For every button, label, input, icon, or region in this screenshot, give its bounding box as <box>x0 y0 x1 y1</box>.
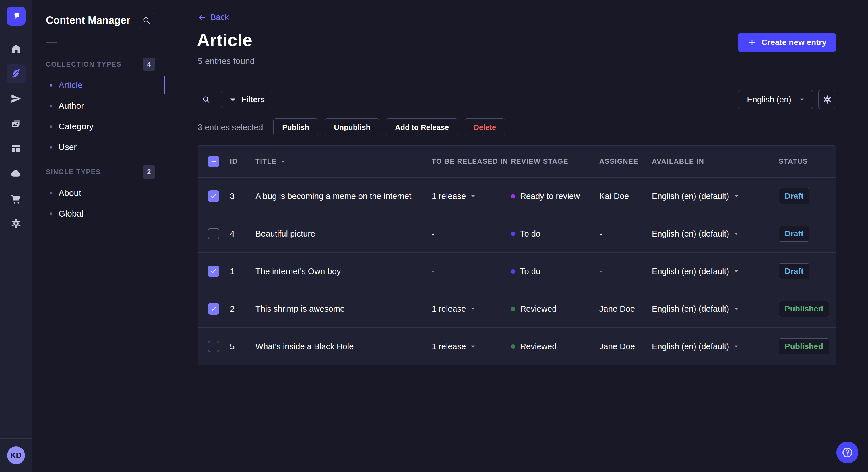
sidebar-item-user[interactable]: User <box>32 137 165 158</box>
row-checkbox[interactable] <box>208 303 219 314</box>
column-header-to-be-released-in[interactable]: TO BE RELEASED IN <box>422 158 501 165</box>
bullet-icon <box>50 105 52 107</box>
chevron-down-icon <box>799 96 805 103</box>
status-badge: Draft <box>779 263 809 279</box>
cell-id: 5 <box>220 342 246 351</box>
bullet-icon <box>50 125 52 128</box>
column-header-assignee[interactable]: ASSIGNEE <box>590 158 642 165</box>
cell-id: 2 <box>220 304 246 314</box>
help-button[interactable] <box>836 442 858 463</box>
cell-assignee: - <box>590 229 642 239</box>
table-row[interactable]: 5 What's inside a Black Hole 1 release R… <box>198 328 836 365</box>
select-all-checkbox[interactable] <box>208 156 219 167</box>
column-header-available-in[interactable]: AVAILABLE IN <box>642 158 769 165</box>
cell-review-stage: Ready to review <box>501 192 590 201</box>
sidebar-item-global[interactable]: Global <box>32 203 165 224</box>
row-checkbox[interactable] <box>208 266 219 277</box>
sidebar-item-category[interactable]: Category <box>32 116 165 137</box>
chevron-down-icon <box>733 193 739 199</box>
strapi-logo[interactable] <box>7 7 26 26</box>
nav-marketplace[interactable] <box>7 189 26 208</box>
row-checkbox[interactable] <box>208 228 219 239</box>
column-header-title[interactable]: TITLE <box>246 158 422 165</box>
cell-status: Draft <box>769 226 836 242</box>
locale-value: English (en) <box>747 95 792 104</box>
cell-available-in[interactable]: English (en) (default) <box>642 342 769 351</box>
cloud-icon <box>10 168 22 179</box>
cell-assignee: Jane Doe <box>590 304 642 314</box>
nav-item-list <box>7 39 26 239</box>
nav-cloud[interactable] <box>7 164 26 183</box>
check-icon <box>210 268 217 275</box>
sidebar-item-author[interactable]: Author <box>32 96 165 116</box>
filters-button[interactable]: Filters <box>221 91 272 108</box>
nav-content-manager[interactable] <box>7 64 26 83</box>
cell-release[interactable]: 1 release <box>422 192 501 201</box>
chevron-down-icon <box>733 268 739 274</box>
nav-content-type-builder[interactable] <box>7 139 26 158</box>
sidebar-item-label: About <box>59 188 81 198</box>
status-badge: Draft <box>779 226 809 242</box>
selection-bar: 3 entries selected Publish Unpublish Add… <box>198 119 505 136</box>
content-manager-feather-icon <box>10 68 22 79</box>
add-to-release-button[interactable]: Add to Release <box>386 119 458 136</box>
cell-release[interactable]: - <box>422 229 501 239</box>
table-row[interactable]: 1 The internet's Own boy - To do - Engli… <box>198 252 836 290</box>
indeterminate-dash-icon <box>210 158 217 165</box>
column-header-id[interactable]: ID <box>220 158 246 165</box>
table-row[interactable]: 2 This shrimp is awesome 1 release Revie… <box>198 290 836 328</box>
search-icon <box>142 16 151 25</box>
sidebar-item-article[interactable]: Article <box>32 75 165 96</box>
sidebar-item-about[interactable]: About <box>32 183 165 203</box>
row-checkbox[interactable] <box>208 191 219 202</box>
publish-button[interactable]: Publish <box>273 119 318 136</box>
single-types-list: About Global <box>32 183 165 224</box>
table-row[interactable]: 4 Beautiful picture - To do - English (e… <box>198 215 836 252</box>
nav-media-library[interactable] <box>7 114 26 133</box>
cell-available-in[interactable]: English (en) (default) <box>642 304 769 314</box>
create-new-entry-button[interactable]: Create new entry <box>738 33 836 52</box>
chevron-down-icon <box>733 231 739 237</box>
cell-review-stage: Reviewed <box>501 304 590 314</box>
column-header-status[interactable]: STATUS <box>769 158 836 165</box>
bullet-icon <box>50 212 52 215</box>
cell-available-in[interactable]: English (en) (default) <box>642 267 769 276</box>
chevron-down-icon <box>733 343 739 349</box>
bullet-icon <box>50 192 52 194</box>
plus-icon <box>748 38 756 47</box>
view-settings-button[interactable] <box>818 90 836 109</box>
unpublish-button[interactable]: Unpublish <box>325 119 379 136</box>
sidebar-item-label: Global <box>59 209 84 218</box>
user-avatar[interactable]: KD <box>7 446 25 464</box>
column-header-review-stage[interactable]: REVIEW STAGE <box>501 158 590 165</box>
sidebar-title: Content Manager <box>46 14 130 26</box>
create-new-entry-label: Create new entry <box>762 38 826 47</box>
cell-available-in[interactable]: English (en) (default) <box>642 192 769 201</box>
cell-release[interactable]: 1 release <box>422 304 501 314</box>
row-checkbox[interactable] <box>208 341 219 352</box>
chevron-down-icon <box>470 193 476 199</box>
collection-types-list: Article Author Category User <box>32 75 165 158</box>
strapi-logo-icon <box>10 10 22 22</box>
cell-status: Draft <box>769 263 836 279</box>
locale-select[interactable]: English (en) <box>738 90 813 109</box>
sidebar-divider <box>46 42 57 43</box>
sidebar-item-label: Author <box>59 101 84 111</box>
back-link[interactable]: Back <box>198 12 229 22</box>
cell-release[interactable]: 1 release <box>422 342 501 351</box>
nav-home[interactable] <box>7 39 26 58</box>
cell-title: Beautiful picture <box>246 229 422 239</box>
entries-count: 5 entries found <box>198 56 255 66</box>
cell-status: Published <box>769 338 836 355</box>
nav-releases[interactable] <box>7 89 26 108</box>
bullet-icon <box>50 146 52 148</box>
nav-settings[interactable] <box>7 214 26 233</box>
locale-toolbar: English (en) <box>738 90 836 109</box>
cell-release[interactable]: - <box>422 267 501 276</box>
table-row[interactable]: 3 A bug is becoming a meme on the intern… <box>198 177 836 215</box>
delete-button[interactable]: Delete <box>465 119 505 136</box>
gear-icon <box>10 217 22 229</box>
sidebar-search-button[interactable] <box>138 12 154 28</box>
cell-available-in[interactable]: English (en) (default) <box>642 229 769 239</box>
table-search-button[interactable] <box>198 91 214 108</box>
